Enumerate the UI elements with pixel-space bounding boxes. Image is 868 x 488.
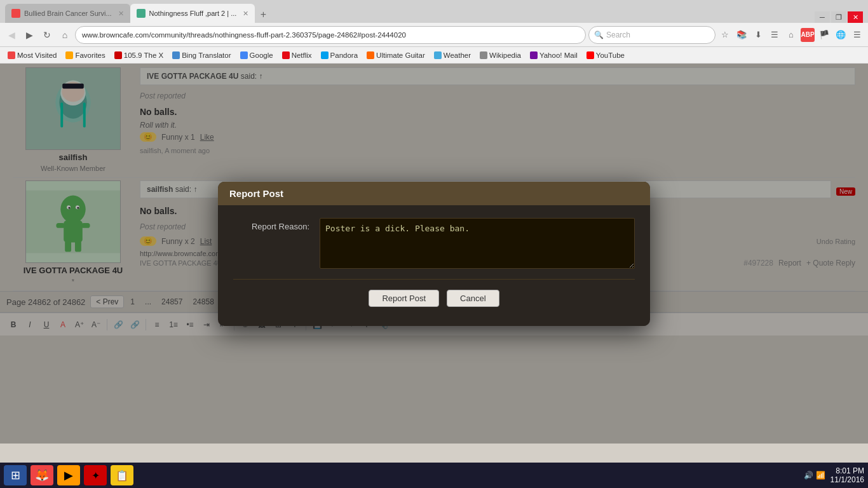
bookmark-google-label: Google [250, 51, 273, 59]
bookmark-favorites[interactable]: Favorites [62, 50, 109, 60]
modal-body: Report Reason: Report Post Cancel [218, 205, 650, 326]
pandora-icon [321, 51, 329, 59]
yahoo-mail-icon [530, 51, 538, 59]
taskbar-app2[interactable]: ▶ [57, 465, 80, 485]
home-nav-icon[interactable]: ⌂ [784, 28, 798, 42]
bookmark-star-icon[interactable]: ☆ [718, 28, 732, 42]
home-button[interactable]: ⌂ [57, 27, 72, 43]
volume-icon[interactable]: 🔊 [804, 471, 813, 480]
close-button[interactable]: ✕ [848, 11, 863, 23]
bookmark-netflix[interactable]: Netflix [278, 50, 316, 60]
bookmarks-icon[interactable]: 📚 [735, 28, 749, 42]
start-button[interactable]: ⊞ [4, 465, 27, 485]
clock-time: 8:01 PM [831, 466, 864, 475]
modal-overlay[interactable]: Report Post Report Reason: Report Post C… [0, 64, 868, 444]
search-icon: 🔍 [594, 30, 604, 39]
flag-icon[interactable]: 🏴 [817, 28, 831, 42]
youtube-icon [587, 51, 594, 59]
favorites-icon [65, 51, 73, 59]
bookmark-wikipedia-label: Wikipedia [489, 51, 521, 59]
netflix-icon [282, 51, 290, 59]
address-bar[interactable]: www.browncafe.com/community/threads/noth… [75, 26, 586, 44]
bookmark-bing-translator[interactable]: Bing Translator [168, 50, 234, 60]
menu-icon[interactable]: ☰ [850, 28, 864, 42]
app2-icon: ▶ [64, 468, 73, 482]
tab-2[interactable]: Nothingness Fluff ,part 2 | ... ✕ [130, 4, 255, 23]
tabs-bar: Bullied Brain Cancer Survi... ✕ Nothingn… [0, 0, 868, 23]
bookmark-ultimate-guitar-label: Ultimate Guitar [376, 51, 425, 59]
wikipedia-icon [480, 51, 487, 59]
minimize-button[interactable]: ─ [815, 11, 830, 23]
nav-icons: ☆ 📚 ⬇ ☰ ⌂ ABP 🏴 🌐 ☰ [718, 28, 864, 42]
1059x-icon [114, 51, 122, 59]
bookmarks-bar: Most Visited Favorites 105.9 The X Bing … [0, 47, 868, 64]
back-button[interactable]: ◀ [4, 27, 19, 43]
tab2-favicon [137, 9, 146, 18]
abp-icon[interactable]: ABP [801, 28, 815, 42]
tab-1[interactable]: Bullied Brain Cancer Survi... ✕ [5, 4, 130, 23]
maximize-button[interactable]: ❐ [831, 11, 846, 23]
taskbar-left: ⊞ 🦊 ▶ ✦ 📋 [4, 465, 133, 485]
taskbar-firefox[interactable]: 🦊 [31, 465, 53, 485]
modal-header: Report Post [218, 182, 650, 205]
bookmark-youtube[interactable]: YouTube [583, 50, 628, 60]
system-clock[interactable]: 8:01 PM 11/1/2016 [831, 466, 864, 484]
weather-icon [434, 51, 442, 59]
bookmark-most-visited[interactable]: Most Visited [4, 50, 60, 60]
bookmark-weather-label: Weather [444, 51, 471, 59]
modal-field: Report Reason: [233, 218, 635, 269]
bookmark-favorites-label: Favorites [75, 51, 105, 59]
bookmark-netflix-label: Netflix [292, 51, 312, 59]
forward-button[interactable]: ▶ [22, 27, 37, 43]
report-reason-textarea[interactable] [320, 218, 635, 269]
network-icon[interactable]: 📶 [816, 471, 825, 480]
bookmark-most-visited-label: Most Visited [17, 51, 57, 59]
tab2-close[interactable]: ✕ [243, 10, 248, 18]
taskbar-right: 🔊 📶 8:01 PM 11/1/2016 [804, 466, 864, 484]
tab1-favicon [11, 9, 20, 18]
modal-actions: Report Post Cancel [233, 290, 635, 313]
cancel-button[interactable]: Cancel [447, 290, 499, 307]
report-post-button[interactable]: Report Post [369, 290, 439, 307]
globe-icon[interactable]: 🌐 [834, 28, 848, 42]
address-text: www.browncafe.com/community/threads/noth… [82, 31, 406, 39]
report-post-modal: Report Post Report Reason: Report Post C… [218, 182, 650, 326]
most-visited-icon [8, 51, 15, 59]
app3-icon: ✦ [92, 470, 100, 482]
download-icon[interactable]: ⬇ [751, 28, 765, 42]
bookmark-google[interactable]: Google [236, 50, 277, 60]
search-placeholder: Search [606, 30, 630, 39]
search-box[interactable]: 🔍 Search [588, 26, 715, 44]
taskbar-app4[interactable]: 📋 [111, 465, 133, 485]
bookmark-1059x[interactable]: 105.9 The X [111, 50, 167, 60]
bookmark-wikipedia[interactable]: Wikipedia [476, 50, 525, 60]
bookmark-pandora-label: Pandora [330, 51, 358, 59]
nav-bar: ◀ ▶ ↻ ⌂ www.browncafe.com/community/thre… [0, 23, 868, 47]
bookmark-bing-translator-label: Bing Translator [182, 51, 231, 59]
new-tab-button[interactable]: + [255, 6, 271, 23]
bookmark-weather[interactable]: Weather [430, 50, 475, 60]
bookmark-yahoo-mail[interactable]: Yahoo! Mail [526, 50, 581, 60]
modal-title: Report Post [229, 188, 283, 199]
page-content: sailfish Well-Known Member IVE GOTTA PAC… [0, 64, 868, 444]
app4-icon: 📋 [116, 470, 128, 482]
sys-tray-icons: 🔊 📶 [804, 471, 825, 480]
bookmark-1059x-label: 105.9 The X [124, 51, 163, 59]
modal-reason-label: Report Reason: [233, 218, 309, 231]
taskbar-app3[interactable]: ✦ [84, 465, 107, 485]
tab1-close[interactable]: ✕ [118, 10, 124, 18]
history-icon[interactable]: ☰ [768, 28, 782, 42]
bing-translator-icon [172, 51, 180, 59]
bookmark-ultimate-guitar[interactable]: Ultimate Guitar [363, 50, 429, 60]
taskbar: ⊞ 🦊 ▶ ✦ 📋 🔊 📶 8:01 PM 11/1/2016 [0, 463, 868, 488]
ultimate-guitar-icon [367, 51, 374, 59]
refresh-button[interactable]: ↻ [39, 27, 55, 43]
window-controls: ─ ❐ ✕ [815, 11, 863, 23]
firefox-icon: 🦊 [35, 468, 49, 482]
browser-chrome: Bullied Brain Cancer Survi... ✕ Nothingn… [0, 0, 868, 64]
bookmark-pandora[interactable]: Pandora [317, 50, 362, 60]
tab1-label: Bullied Brain Cancer Survi... [24, 10, 112, 17]
google-icon [240, 51, 248, 59]
start-icon: ⊞ [11, 468, 20, 482]
bookmark-yahoo-mail-label: Yahoo! Mail [539, 51, 578, 59]
